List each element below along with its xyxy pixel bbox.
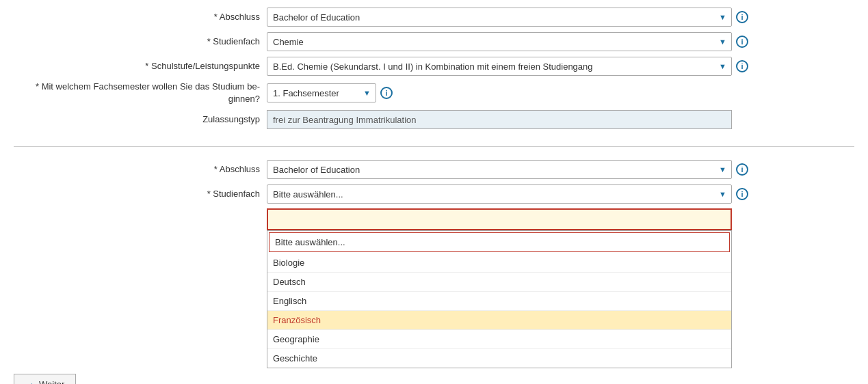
dropdown-item[interactable]: Deutsch (267, 273, 731, 292)
schulstufe-row: * Schulstufe/Leistungspunkte B.Ed. Chemi… (14, 56, 854, 77)
zulassungstyp-label: Zulassungstyp (14, 114, 267, 126)
abschluss-row-2: * Abschluss Bachelor of Education ▼ i (14, 159, 854, 180)
abschluss-field-1: Bachelor of Education ▼ i (267, 8, 854, 27)
dropdown-list: Bitte auswählen...BiologieDeutschEnglisc… (267, 230, 732, 368)
abschluss-select-wrapper-2: Bachelor of Education ▼ (267, 160, 732, 179)
dropdown-item[interactable]: Englisch (267, 292, 731, 311)
studienfach-select-2[interactable]: Bitte auswählen... (267, 184, 732, 204)
form-container: * Abschluss Bachelor of Education ▼ i * … (0, 0, 868, 384)
schulstufe-select[interactable]: B.Ed. Chemie (Sekundarst. I und II) in K… (267, 57, 732, 76)
fachsemester-select[interactable]: 1. Fachsemester (267, 83, 376, 102)
dropdown-search-input[interactable] (267, 208, 732, 230)
dropdown-item[interactable]: Französisch (267, 311, 731, 330)
studienfach-row-2: * Studienfach Bitte auswählen... ▼ i (14, 184, 854, 204)
dropdown-item[interactable]: Biologie (267, 253, 731, 273)
abschluss-select-1[interactable]: Bachelor of Education (267, 8, 732, 27)
schulstufe-select-wrapper: B.Ed. Chemie (Sekundarst. I und II) in K… (267, 57, 732, 76)
fachsemester-select-wrapper: 1. Fachsemester ▼ (267, 83, 376, 102)
dropdown-search-container: Bitte auswählen...BiologieDeutschEnglisc… (14, 208, 854, 368)
dropdown-item[interactable]: Bitte auswählen... (269, 232, 730, 252)
zulassungstyp-input (267, 110, 732, 129)
search-box-wrapper (267, 208, 732, 230)
abschluss-info-icon-1[interactable]: i (736, 11, 748, 23)
section-divider (14, 146, 854, 147)
schulstufe-info-icon[interactable]: i (736, 60, 748, 72)
zulassungstyp-row: Zulassungstyp (14, 109, 854, 130)
abschluss-label-2: * Abschluss (14, 164, 267, 176)
dropdown-item[interactable]: Geschichte (267, 349, 731, 368)
studienfach-field-2: Bitte auswählen... ▼ i (267, 184, 854, 204)
abschluss-info-icon-2[interactable]: i (736, 163, 748, 176)
schulstufe-field: B.Ed. Chemie (Sekundarst. I und II) in K… (267, 57, 854, 76)
studienfach-label-2: * Studienfach (14, 189, 267, 200)
abschluss-select-wrapper-1: Bachelor of Education ▼ (267, 8, 732, 27)
zulassungstyp-field (267, 110, 854, 129)
abschluss-select-2[interactable]: Bachelor of Education (267, 160, 732, 179)
weiter-label: Weiter (39, 379, 64, 384)
dropdown-item[interactable]: Geographie (267, 330, 731, 349)
studienfach-label-1: * Studienfach (14, 36, 267, 48)
studienfach-info-icon-2[interactable]: i (736, 188, 748, 200)
studienfach-select-wrapper-1: Chemie ▼ (267, 32, 732, 51)
weiter-button[interactable]: → Weiter (14, 374, 76, 384)
studienfach-field-1: Chemie ▼ i (267, 32, 854, 51)
abschluss-row-1: * Abschluss Bachelor of Education ▼ i (14, 7, 854, 27)
studienfach-select-1[interactable]: Chemie (267, 32, 732, 51)
studienfach-info-icon-1[interactable]: i (736, 36, 748, 48)
weiter-arrow-icon: → (25, 379, 35, 384)
abschluss-label-1: * Abschluss (14, 12, 267, 23)
schulstufe-label: * Schulstufe/Leistungspunkte (14, 61, 267, 72)
studienfach-select-wrapper-2: Bitte auswählen... ▼ (267, 184, 732, 204)
abschluss-field-2: Bachelor of Education ▼ i (267, 160, 854, 179)
fachsemester-row: * Mit welchem Fachsemester wollen Sie da… (14, 81, 854, 105)
fachsemester-field: 1. Fachsemester ▼ i (267, 83, 854, 102)
fachsemester-label: * Mit welchem Fachsemester wollen Sie da… (14, 81, 267, 105)
studienfach-row-1: * Studienfach Chemie ▼ i (14, 31, 854, 52)
fachsemester-info-icon[interactable]: i (380, 87, 393, 99)
